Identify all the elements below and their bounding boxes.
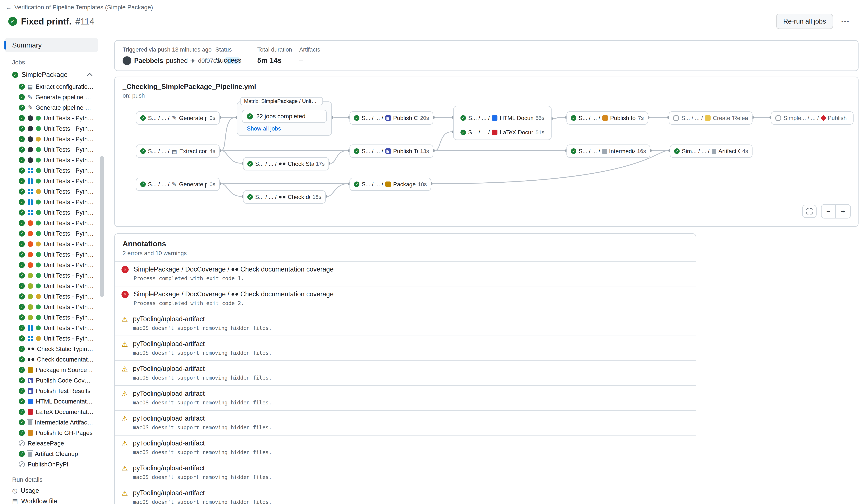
sidebar-job-item[interactable]: Unit Tests - Python 3.9 [4, 270, 98, 281]
sidebar-job-item[interactable]: Unit Tests - Python 3.11 [4, 239, 98, 249]
matrix-jobs-node[interactable]: 22 jobs completed [242, 110, 327, 123]
sidebar-job-item[interactable]: Intermediate Artifact Cleanup [4, 417, 98, 428]
workflow-node-html[interactable]: S... / ... /HTML Docume...55s [457, 111, 548, 125]
node-prefix: S... / ... / [468, 129, 490, 136]
sidebar-job-item[interactable]: Unit Tests - Python 3.10 [4, 281, 98, 291]
sidebar-job-item[interactable]: Unit Tests - Python 3.11 [4, 291, 98, 302]
sidebar-job-item[interactable]: Unit Tests - Python 3.12 [4, 144, 98, 155]
warning-icon: ⚠ [121, 490, 128, 497]
sidebar-job-item[interactable]: Extract configurations from p... [4, 81, 98, 92]
workflow-node-cst[interactable]: S... / ... /Check Static Ty...17s [243, 157, 329, 171]
annotation-title[interactable]: pyTooling/upload-artifact [133, 415, 272, 422]
annotation-title[interactable]: pyTooling/upload-artifact [133, 315, 272, 323]
book-blue-icon [28, 399, 33, 404]
workflow-node-cdc[interactable]: S... / ... /Check docume...18s [243, 190, 326, 204]
sidebar-job-item[interactable]: Unit Tests - Python 3.9 [4, 218, 98, 228]
annotation-title[interactable]: pyTooling/upload-artifact [133, 489, 272, 497]
workflow-node-iac[interactable]: S... / ... /Intermediate A...16s [567, 144, 650, 158]
annotation-title[interactable]: SimplePackage / DocCoverage /Check docum… [134, 290, 334, 298]
success-icon [19, 168, 25, 174]
sidebar-job-item[interactable]: LaTeX Documentation using ... [4, 407, 98, 417]
sidebar-job-item[interactable]: Unit Tests - Python 3.13 [4, 312, 98, 323]
annotation-title[interactable]: pyTooling/upload-artifact [133, 464, 272, 472]
sidebar-job-item[interactable]: Generate pipeline parameters [4, 92, 98, 102]
sidebar-job-item[interactable]: Publish Code Coverage Results [4, 375, 98, 386]
top-bar: ← Verification of Pipeline Templates (Si… [0, 0, 860, 33]
success-icon [19, 104, 25, 111]
sidebar-job-item[interactable]: Artifact Cleanup [4, 449, 98, 459]
workflow-node-ptr[interactable]: S... / ... /Publish Test Re...13s [349, 144, 433, 158]
sidebar-job-item[interactable]: Unit Tests - Python 3.10 [4, 123, 98, 134]
workflow-node-rel[interactable]: S... / ... /Create 'Release Pa... [669, 111, 752, 125]
sidebar-job-item[interactable]: Unit Tests - Python 3.10 [4, 228, 98, 239]
show-all-jobs-link[interactable]: Show all jobs [247, 125, 281, 132]
sidebar-job-item[interactable]: Publish to GH-Pages [4, 428, 98, 438]
sidebar-job-item[interactable]: Unit Tests - Python 3.9 [4, 165, 98, 176]
sidebar-job-item[interactable]: Check documentation covera... [4, 354, 98, 365]
rerun-all-jobs-button[interactable]: Re-run all jobs [776, 14, 833, 29]
sidebar-job-item[interactable]: PublishOnPyPI [4, 459, 98, 470]
sidebar-job-item[interactable]: Package in Source and Wheel... [4, 365, 98, 375]
sidebar-job-item[interactable]: Unit Tests - Python 3.11 [4, 186, 98, 197]
kebab-menu-button[interactable]: ⋯ [837, 15, 852, 27]
pencil-icon [172, 181, 177, 188]
actor-name[interactable]: Paebbels [134, 57, 163, 64]
workflow-node-latex[interactable]: S... / ... /LaTeX Docume...51s [457, 126, 548, 139]
eyes-icon [231, 268, 238, 271]
sidebar-job-item[interactable]: Unit Tests - Python 3.12 [4, 323, 98, 333]
chevron-up-icon[interactable] [87, 73, 92, 78]
sidebar-group-simplepackage[interactable]: SimplePackage [4, 68, 98, 81]
workflow-node-gen1[interactable]: S... / ... /Generate pipelin...0s [136, 111, 220, 125]
sidebar-job-item[interactable]: ReleasePage [4, 438, 98, 449]
sidebar-item-summary[interactable]: Summary [4, 38, 98, 52]
sidebar-job-item[interactable]: HTML Documentation using ... [4, 396, 98, 407]
workflow-node-ghp[interactable]: S... / ... /Publish to GH-P...7s [567, 111, 648, 125]
success-icon [19, 409, 25, 415]
workflow-node-pkg[interactable]: S... / ... /Package in Sou...18s [349, 178, 431, 191]
annotation-title[interactable]: pyTooling/upload-artifact [133, 365, 272, 373]
annotation-message: macOS doesn't support removing hidden fi… [133, 474, 272, 480]
back-arrow-icon[interactable]: ← [5, 4, 12, 11]
sidebar-job-item[interactable]: Unit Tests - Python 3.9 [4, 113, 98, 123]
zoom-out-button[interactable]: − [821, 205, 836, 218]
skipped-icon [673, 115, 679, 121]
sidebar-job-item[interactable]: Unit Tests - Python 3.10 [4, 176, 98, 186]
sidebar-scrollbar[interactable] [98, 33, 107, 504]
sidebar-job-item[interactable]: Publish Test Results [4, 386, 98, 396]
job-label: Unit Tests - Python 3.12 [44, 325, 98, 332]
sidebar-item-usage[interactable]: ◷ Usage [4, 486, 98, 496]
annotation-title[interactable]: pyTooling/upload-artifact [133, 390, 272, 398]
job-label: Unit Tests - Python 3.11 [44, 136, 98, 143]
annotation-title[interactable]: pyTooling/upload-artifact [133, 340, 272, 348]
annotation-warning: ⚠pyTooling/upload-artifactmacOS doesn't … [115, 385, 696, 410]
fullscreen-button[interactable] [802, 205, 817, 218]
sidebar-job-item[interactable]: Check Static Typing using Pyt... [4, 344, 98, 354]
sidebar-job-item[interactable]: Unit Tests - Python 3.12 [4, 197, 98, 207]
workflow-node-ac[interactable]: Sim... / ... /Artifact Cleanup4s [670, 144, 752, 158]
sidebar-job-item[interactable]: Generate pipeline parameters [4, 102, 98, 113]
workflow-node-pcc[interactable]: S... / ... /Publish Code C...20s [349, 111, 433, 125]
workflow-file-icon: ▤ [12, 498, 18, 504]
sidebar-job-item[interactable]: Unit Tests - Python 3.13 [4, 260, 98, 270]
workflow-file-name[interactable]: _Checking_SimplePackage_Pipeline.yml [123, 83, 850, 90]
zoom-in-button[interactable]: + [836, 205, 850, 218]
workflow-node-gen2[interactable]: S... / ... /Generate pipelin...0s [136, 178, 220, 191]
breadcrumb[interactable]: ← Verification of Pipeline Templates (Si… [0, 0, 860, 11]
sidebar-job-item[interactable]: Unit Tests - Python 3.11 [4, 134, 98, 144]
sidebar-job-item[interactable]: Unit Tests - Python 3.13 [4, 155, 98, 165]
workflow-graph-canvas[interactable]: Matrix: SimplePackage / UnitTest... 22 j… [115, 77, 858, 226]
file-icon [172, 148, 177, 155]
breadcrumb-label[interactable]: Verification of Pipeline Templates (Simp… [14, 4, 153, 11]
workflow-node-extract[interactable]: S... / ... /Extract configur...4s [136, 144, 220, 158]
scrollbar-thumb[interactable] [100, 156, 104, 297]
sidebar-job-item[interactable]: Unit Tests - Python 3.12 [4, 333, 98, 344]
sidebar-job-item[interactable]: Unit Tests - Python 3.12 [4, 249, 98, 260]
workflow-node-pypi[interactable]: Simple... / ... /Publish to PyPI [771, 111, 854, 125]
annotation-title[interactable]: SimplePackage / DocCoverage /Check docum… [134, 265, 334, 273]
sidebar-item-workflow-file[interactable]: ▤ Workflow file [4, 496, 98, 504]
annotation-title[interactable]: pyTooling/upload-artifact [133, 440, 272, 447]
avatar[interactable] [123, 56, 131, 65]
sidebar-job-item[interactable]: Unit Tests - Python 3.13 [4, 207, 98, 218]
warning-icon: ⚠ [121, 341, 128, 348]
sidebar-job-item[interactable]: Unit Tests - Python 3.12 [4, 302, 98, 312]
